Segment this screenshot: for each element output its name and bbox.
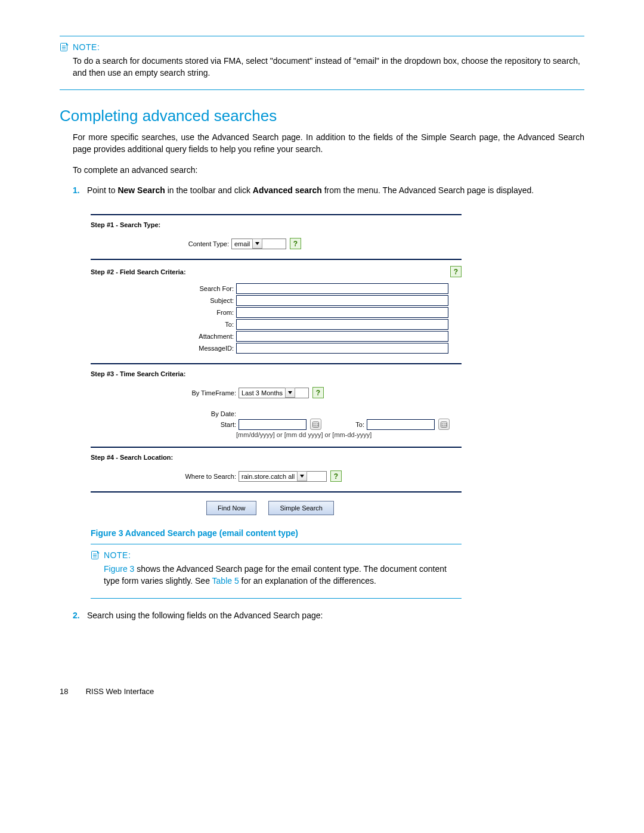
step-2: 2. Search using the following fields on …	[73, 609, 584, 621]
svg-rect-7	[317, 423, 318, 425]
svg-rect-6	[315, 423, 317, 425]
note-icon	[91, 550, 100, 560]
table-5-link[interactable]: Table 5	[212, 576, 239, 586]
subject-input[interactable]	[236, 295, 448, 306]
attachment-input[interactable]	[236, 331, 448, 342]
bydate-label: By Date:	[91, 410, 239, 417]
svg-rect-15	[442, 425, 443, 426]
note-block: NOTE: Figure 3 shows the Advanced Search…	[91, 544, 462, 598]
date-format-hint: [mm/dd/yyyy] or [mm dd yyyy] or [mm-dd-y…	[91, 431, 462, 438]
from-input[interactable]	[236, 307, 448, 318]
start-date-input[interactable]	[239, 419, 306, 430]
step1-title: Step #1 - Search Type:	[91, 215, 462, 234]
svg-rect-10	[317, 425, 318, 426]
chevron-down-icon	[285, 388, 295, 398]
svg-rect-14	[445, 423, 447, 425]
chevron-down-icon	[297, 471, 307, 481]
where-search-select[interactable]: rain.store.catch all	[239, 471, 327, 482]
figure-advanced-search: Step #1 - Search Type: Content Type: ema…	[60, 214, 584, 598]
svg-rect-13	[444, 423, 445, 425]
to-label: To:	[91, 321, 236, 328]
content-type-select[interactable]: email	[231, 239, 286, 249]
where-search-label: Where to Search:	[91, 473, 239, 480]
help-icon[interactable]: ?	[450, 266, 462, 277]
find-now-button[interactable]: Find Now	[206, 501, 256, 515]
note-label: NOTE:	[73, 42, 100, 52]
calendar-icon[interactable]	[310, 419, 321, 430]
intro-paragraph: For more specific searches, use the Adva…	[73, 131, 584, 156]
step-text: Search using the following fields on the…	[87, 611, 323, 620]
svg-rect-11	[441, 422, 447, 428]
svg-rect-4	[313, 422, 319, 428]
subject-label: Subject:	[91, 297, 236, 304]
page-number: 18	[60, 687, 83, 696]
step3-title: Step #3 - Time Search Criteria:	[91, 364, 462, 383]
search-for-label: Search For:	[91, 285, 236, 292]
section-heading: Completing advanced searches	[60, 107, 584, 125]
figure-3-link[interactable]: Figure 3	[104, 564, 134, 574]
note-body: To do a search for documents stored via …	[60, 55, 584, 79]
timeframe-label: By TimeFrame:	[91, 389, 239, 397]
help-icon[interactable]: ?	[330, 470, 342, 482]
step-text: Point to New Search in the toolbar and c…	[87, 185, 534, 195]
svg-rect-17	[445, 425, 447, 426]
svg-rect-5	[314, 423, 315, 425]
to-date-label: To:	[321, 421, 367, 428]
attachment-label: Attachment:	[91, 333, 236, 340]
note-block: NOTE: To do a search for documents store…	[60, 36, 584, 90]
search-for-input[interactable]	[236, 283, 448, 294]
messageid-input[interactable]	[236, 343, 448, 354]
step-marker: 2.	[73, 609, 80, 621]
to-input[interactable]	[236, 319, 448, 330]
help-icon[interactable]: ?	[312, 387, 324, 398]
svg-rect-12	[442, 423, 443, 425]
step2-title: Step #2 - Field Search Criteria:	[91, 262, 450, 281]
lead-in: To complete an advanced search:	[73, 164, 584, 176]
start-label: Start:	[91, 421, 239, 428]
help-icon[interactable]: ?	[290, 238, 301, 249]
from-label: From:	[91, 309, 236, 316]
svg-rect-8	[314, 425, 315, 426]
calendar-icon[interactable]	[438, 419, 450, 430]
to-date-input[interactable]	[367, 419, 435, 430]
timeframe-select[interactable]: Last 3 Months	[239, 388, 309, 398]
chevron-down-icon	[252, 239, 262, 249]
simple-search-button[interactable]: Simple Search	[268, 501, 334, 515]
step-1: 1. Point to New Search in the toolbar an…	[73, 184, 584, 196]
note-label: NOTE:	[104, 550, 131, 560]
svg-rect-16	[444, 425, 445, 426]
content-type-label: Content Type:	[91, 240, 231, 247]
svg-rect-9	[315, 425, 317, 426]
step-marker: 1.	[73, 184, 80, 196]
figure-caption: Figure 3 Advanced Search page (email con…	[91, 528, 584, 538]
page-footer: 18 RISS Web Interface	[60, 687, 584, 696]
note-icon	[60, 42, 69, 52]
step4-title: Step #4 - Search Location:	[91, 448, 462, 467]
footer-title: RISS Web Interface	[86, 687, 154, 696]
note-body: Figure 3 shows the Advanced Search page …	[91, 563, 462, 587]
messageid-label: MessageID:	[91, 345, 236, 352]
